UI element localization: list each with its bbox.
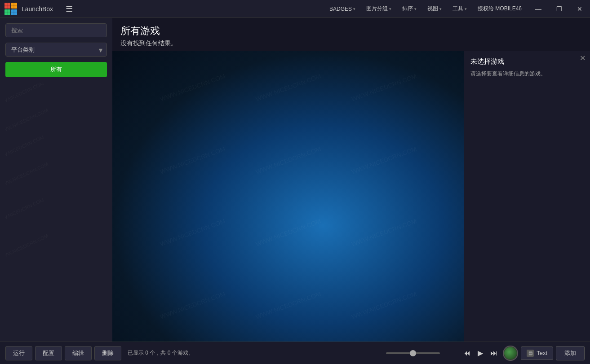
- top-nav: BADGES ▾ 图片分组 ▾ 排序 ▾ 视图 ▾ 工具 ▾ 授权给 MOBIL…: [76, 0, 528, 18]
- sort-nav-button[interactable]: 排序 ▾: [398, 0, 421, 18]
- image-group-label: 图片分组: [366, 5, 388, 13]
- hamburger-menu-button[interactable]: ☰: [62, 2, 76, 16]
- sidebar: 平台类别 ▾ 所有 WWW.NICEDCRN.COM WWW.NICEDCRN.…: [0, 18, 112, 342]
- content-and-panel: 所有游戏 没有找到任何结果。 WWW.NICEDCRN.COM WWW.NICE…: [112, 18, 590, 342]
- platform-select-wrapper: 平台类别 ▾: [5, 43, 107, 57]
- badges-label: BADGES: [329, 6, 352, 12]
- edit-button[interactable]: 编辑: [65, 346, 92, 360]
- zoom-slider[interactable]: [386, 352, 440, 354]
- close-button[interactable]: ✕: [569, 0, 590, 18]
- sidebar-watermark-text-2: WWW.NICEDCRN.COM: [5, 107, 49, 135]
- media-controls: ⏮ ▶ ⏭: [461, 347, 500, 359]
- tools-nav-button[interactable]: 工具 ▾: [448, 0, 471, 18]
- tools-chevron-icon: ▾: [465, 7, 467, 11]
- sort-label: 排序: [402, 5, 413, 13]
- game-background: [112, 51, 464, 342]
- sort-chevron-icon: ▾: [414, 7, 417, 11]
- bottom-bar: 运行 配置 编辑 删除 已显示 0 个，共 0 个游戏。 ⏮ ▶ ⏭ ▤ Tex…: [0, 342, 590, 364]
- platform-select[interactable]: 平台类别: [5, 43, 107, 57]
- svg-rect-2: [4, 9, 10, 15]
- sidebar-watermark-text-5: WWW.NICEDCRN.COM: [5, 197, 44, 225]
- svg-rect-3: [11, 9, 17, 15]
- image-group-nav-button[interactable]: 图片分组 ▾: [362, 0, 396, 18]
- search-input[interactable]: [5, 23, 107, 37]
- sidebar-watermark-text-3: WWW.NICEDCRN.COM: [5, 134, 44, 162]
- window-controls: — ❒ ✕: [528, 0, 590, 18]
- game-detail-panel: ✕ 未选择游戏 请选择要查看详细信息的游戏。: [464, 51, 590, 342]
- page-title: 所有游戏: [120, 24, 582, 38]
- text-view-label: Text: [537, 350, 547, 356]
- view-label: 视图: [427, 5, 438, 13]
- media-play-button[interactable]: ▶: [475, 347, 486, 359]
- media-skip-forward-button[interactable]: ⏭: [488, 347, 500, 359]
- app-name-label: LaunchBox: [22, 5, 53, 13]
- text-view-button[interactable]: ▤ Text: [521, 346, 553, 360]
- zoom-slider-container: [386, 352, 458, 354]
- minimize-button[interactable]: —: [528, 0, 549, 18]
- panel-subtitle: 请选择要查看详细信息的游戏。: [470, 70, 584, 78]
- user-account-button[interactable]: 授权给 MOBILE46: [473, 0, 526, 18]
- content-header: 所有游戏 没有找到任何结果。: [112, 18, 590, 51]
- all-games-button[interactable]: 所有: [5, 62, 107, 77]
- game-area-row: WWW.NICEDCRN.COM WWW.NICEDCRN.COM WWW.NI…: [112, 51, 590, 342]
- avatar-image: [504, 347, 517, 360]
- tools-label: 工具: [452, 5, 463, 13]
- sidebar-watermark: WWW.NICEDCRN.COM WWW.NICEDCRN.COM WWW.NI…: [5, 83, 107, 336]
- maximize-button[interactable]: ❒: [549, 0, 569, 18]
- main-layout: 平台类别 ▾ 所有 WWW.NICEDCRN.COM WWW.NICEDCRN.…: [0, 18, 590, 342]
- avatar-button[interactable]: [503, 346, 518, 361]
- panel-close-button[interactable]: ✕: [580, 55, 586, 62]
- text-view-icon: ▤: [527, 350, 534, 357]
- sidebar-watermark-text: WWW.NICEDCRN.COM: [5, 83, 44, 108]
- badges-chevron-icon: ▾: [353, 7, 355, 11]
- sidebar-watermark-text-4: WWW.NICEDCRN.COM: [5, 161, 49, 189]
- add-game-button[interactable]: 添加: [556, 346, 585, 360]
- delete-button[interactable]: 删除: [94, 346, 121, 360]
- view-nav-button[interactable]: 视图 ▾: [423, 0, 446, 18]
- media-skip-back-button[interactable]: ⏮: [461, 347, 473, 359]
- app-branding: LaunchBox ☰: [4, 2, 76, 16]
- status-text: 已显示 0 个，共 0 个游戏。: [128, 349, 194, 357]
- panel-title: 未选择游戏: [470, 57, 584, 66]
- badges-nav-button[interactable]: BADGES ▾: [325, 0, 360, 18]
- svg-rect-0: [4, 3, 10, 9]
- sidebar-watermark-text-6: WWW.NICEDCRN.COM: [5, 233, 49, 261]
- no-results-text: 没有找到任何结果。: [120, 38, 582, 49]
- title-bar: LaunchBox ☰ BADGES ▾ 图片分组 ▾ 排序 ▾ 视图 ▾ 工具…: [0, 0, 590, 18]
- view-chevron-icon: ▾: [439, 7, 442, 11]
- config-button[interactable]: 配置: [35, 346, 62, 360]
- image-group-chevron-icon: ▾: [389, 7, 391, 11]
- game-viewport: WWW.NICEDCRN.COM WWW.NICEDCRN.COM WWW.NI…: [112, 51, 464, 342]
- run-button[interactable]: 运行: [5, 346, 32, 360]
- app-logo-icon: [4, 2, 18, 16]
- svg-rect-1: [11, 3, 17, 9]
